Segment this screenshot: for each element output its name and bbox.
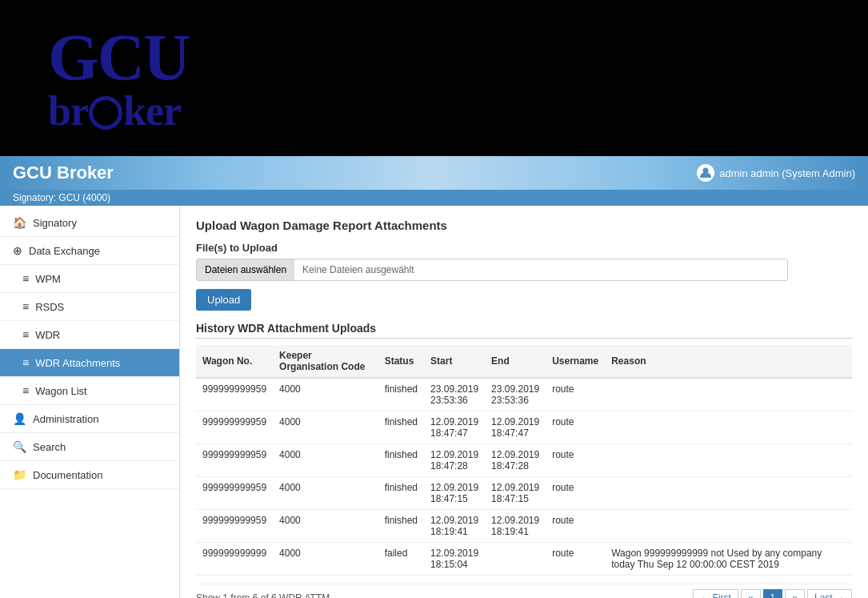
app-container: GCU Broker admin admin (System Admin) Si… <box>0 156 868 598</box>
first-page-button[interactable]: ← First <box>693 589 738 598</box>
prev-page-button[interactable]: « <box>741 589 761 598</box>
cell-reason <box>605 510 852 543</box>
col-reason: Reason <box>605 345 852 378</box>
cell-end: 12.09.2019 18:47:15 <box>485 477 546 510</box>
col-end: End <box>485 345 546 378</box>
cell-start: 12.09.2019 18:47:28 <box>424 444 485 477</box>
table-row: 999999999959 4000 finished 12.09.2019 18… <box>196 444 852 477</box>
data-exchange-icon: ⊕ <box>13 244 22 257</box>
cell-username: route <box>546 444 605 477</box>
table-row: 999999999959 4000 finished 12.09.2019 18… <box>196 477 852 510</box>
table-header-row: Wagon No. Keeper Organisation Code Statu… <box>196 345 852 378</box>
cell-username: route <box>546 510 605 543</box>
search-icon: 🔍 <box>13 440 26 453</box>
list-icon: ≡ <box>22 272 29 285</box>
main-layout: 🏠 Signatory ⊕ Data Exchange ≡ WPM ≡ RSDS… <box>0 206 868 598</box>
cell-status: finished <box>378 411 424 444</box>
sidebar-item-administration[interactable]: 👤 Administration <box>0 405 179 433</box>
cell-end: 23.09.2019 23:53:36 <box>485 378 546 411</box>
sidebar-item-label: Data Exchange <box>29 245 100 257</box>
cell-reason <box>605 378 852 411</box>
table-row: 999999999959 4000 finished 12.09.2019 18… <box>196 411 852 444</box>
user-info: admin admin (System Admin) <box>697 164 855 182</box>
file-choose-button[interactable]: Dateien auswählen <box>197 259 294 280</box>
user-icon <box>697 164 714 182</box>
history-table: Wagon No. Keeper Organisation Code Statu… <box>196 345 852 576</box>
top-bar: GCU Broker admin admin (System Admin) <box>0 156 868 190</box>
cell-status: finished <box>378 378 424 411</box>
cell-username: route <box>546 477 605 510</box>
cell-wagon-no: 999999999999 <box>196 543 273 576</box>
table-row: 999999999959 4000 finished 23.09.2019 23… <box>196 378 852 411</box>
sidebar-item-signatory[interactable]: 🏠 Signatory <box>0 209 179 237</box>
cell-end: 12.09.2019 18:47:47 <box>485 411 546 444</box>
list-icon: ≡ <box>22 328 29 341</box>
cell-end <box>485 543 546 576</box>
cell-wagon-no: 999999999959 <box>196 510 273 543</box>
cell-keeper-org: 4000 <box>273 510 378 543</box>
app-title: GCU Broker <box>13 163 114 183</box>
cell-keeper-org: 4000 <box>273 477 378 510</box>
admin-icon: 👤 <box>13 412 26 425</box>
sidebar-item-label: RSDS <box>35 301 64 313</box>
current-page-button[interactable]: 1 <box>763 589 783 598</box>
col-status: Status <box>378 345 424 378</box>
sidebar-item-label: Documentation <box>33 469 102 481</box>
next-page-button[interactable]: » <box>785 589 805 598</box>
sidebar-item-search[interactable]: 🔍 Search <box>0 433 179 461</box>
cell-reason <box>605 477 852 510</box>
logo-line1: GCU <box>48 25 189 90</box>
sidebar-item-label: Search <box>33 441 66 453</box>
cell-start: 23.09.2019 23:53:36 <box>424 378 485 411</box>
pagination-bar: Show 1 from 6 of 6 WDR ATTM ← First « 1 … <box>196 584 852 598</box>
sidebar-item-label: WDR Attachments <box>35 357 120 369</box>
cell-keeper-org: 4000 <box>273 543 378 576</box>
col-keeper-org: Keeper Organisation Code <box>273 345 378 378</box>
cell-status: finished <box>378 477 424 510</box>
cell-status: failed <box>378 543 424 576</box>
cell-end: 12.09.2019 18:47:28 <box>485 444 546 477</box>
logo-area: GCU br ker <box>0 0 868 156</box>
cell-reason <box>605 444 852 477</box>
sidebar-item-label: Wagon List <box>35 385 87 397</box>
sidebar-item-data-exchange[interactable]: ⊕ Data Exchange <box>0 237 179 265</box>
sidebar-item-wdr[interactable]: ≡ WDR <box>0 321 179 349</box>
cell-status: finished <box>378 510 424 543</box>
sidebar: 🏠 Signatory ⊕ Data Exchange ≡ WPM ≡ RSDS… <box>0 206 180 598</box>
col-username: Username <box>546 345 605 378</box>
cell-reason: Wagon 999999999999 not Used by any compa… <box>605 543 852 576</box>
table-row: 999999999999 4000 failed 12.09.2019 18:1… <box>196 543 852 576</box>
user-label: admin admin (System Admin) <box>719 167 855 179</box>
upload-button[interactable]: Upload <box>196 289 251 311</box>
files-label: File(s) to Upload <box>196 242 852 254</box>
history-title: History WDR Attachment Uploads <box>196 322 852 339</box>
cell-reason <box>605 411 852 444</box>
list-icon: ≡ <box>22 384 29 397</box>
sidebar-item-wpm[interactable]: ≡ WPM <box>0 265 179 293</box>
signatory-text: Signatory: GCU (4000) <box>13 192 110 203</box>
sidebar-item-rsds[interactable]: ≡ RSDS <box>0 293 179 321</box>
sidebar-item-documentation[interactable]: 📁 Documentation <box>0 461 179 489</box>
cell-keeper-org: 4000 <box>273 444 378 477</box>
cell-status: finished <box>378 444 424 477</box>
cell-username: route <box>546 378 605 411</box>
sidebar-item-label: WPM <box>35 273 61 285</box>
cell-start: 12.09.2019 18:19:41 <box>424 510 485 543</box>
sidebar-item-wdr-attachments[interactable]: ≡ WDR Attachments <box>0 349 179 377</box>
signatory-bar: Signatory: GCU (4000) <box>0 190 868 206</box>
sidebar-item-label: WDR <box>35 329 60 341</box>
table-row: 999999999959 4000 finished 12.09.2019 18… <box>196 510 852 543</box>
col-wagon-no: Wagon No. <box>196 345 273 378</box>
page-title: Upload Wagon Damage Report Attachments <box>196 219 852 232</box>
file-upload-row: Dateien auswählen Keine Dateien ausgewäh… <box>196 259 788 281</box>
cell-start: 12.09.2019 18:47:15 <box>424 477 485 510</box>
last-page-button[interactable]: Last → <box>807 589 852 598</box>
folder-icon: 📁 <box>13 468 26 481</box>
logo-o-circle <box>89 96 122 130</box>
sidebar-item-wagon-list[interactable]: ≡ Wagon List <box>0 377 179 405</box>
file-name-display: Keine Dateien ausgewählt <box>294 259 787 280</box>
cell-wagon-no: 999999999959 <box>196 378 273 411</box>
sidebar-item-label: Administration <box>33 413 98 425</box>
cell-wagon-no: 999999999959 <box>196 477 273 510</box>
cell-username: route <box>546 543 605 576</box>
